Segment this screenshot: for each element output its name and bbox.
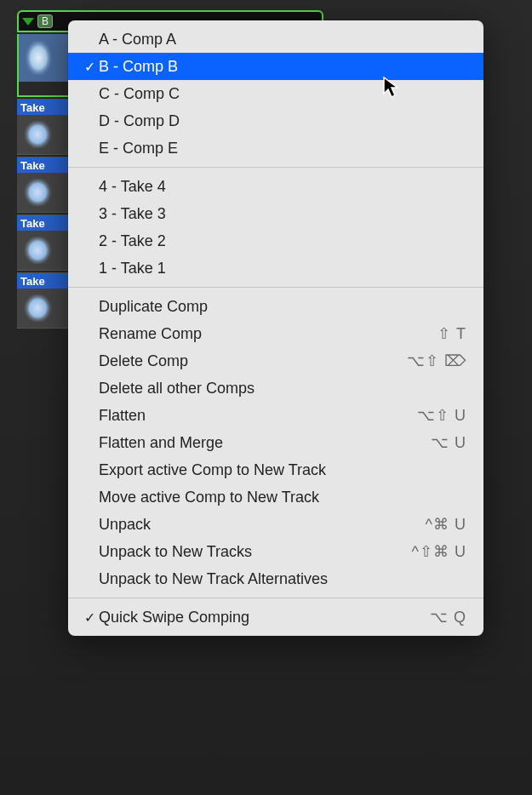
waveform-icon (17, 231, 69, 270)
menu-item-label: D - Comp D (99, 112, 466, 130)
menu-separator (68, 287, 483, 288)
menu-item-label: C - Comp C (99, 85, 466, 103)
take-label: Take (17, 273, 69, 289)
menu-item-take-4[interactable]: 4 - Take 4 (68, 173, 483, 200)
menu-shortcut: ⌥ Q (430, 608, 466, 626)
menu-item-label: 1 - Take 1 (99, 260, 466, 277)
menu-item-label: Flatten and Merge (99, 434, 431, 452)
menu-item-unpack-alternatives[interactable]: Unpack to New Track Alternatives (68, 565, 483, 592)
menu-item-comp-a[interactable]: A - Comp A (68, 26, 483, 53)
check-icon: ✓ (80, 609, 99, 626)
menu-item-label: Unpack (99, 516, 426, 534)
menu-item-export-new-track[interactable]: Export active Comp to New Track (68, 456, 483, 483)
take-label: Take (17, 100, 69, 115)
menu-item-take-2[interactable]: 2 - Take 2 (68, 227, 483, 255)
menu-item-label: Unpack to New Track Alternatives (99, 570, 466, 588)
menu-item-label: 3 - Take 3 (99, 205, 466, 223)
menu-shortcut: ⌥⇧ ⌦ (407, 352, 466, 370)
take-label: Take (17, 157, 69, 173)
menu-item-label: Rename Comp (99, 325, 438, 343)
menu-item-label: A - Comp A (99, 31, 466, 49)
menu-item-comp-b[interactable]: ✓ B - Comp B (68, 53, 483, 80)
menu-item-label: Duplicate Comp (99, 298, 466, 316)
take-region-4[interactable]: Take (17, 99, 70, 155)
menu-item-quick-swipe-comping[interactable]: ✓ Quick Swipe Comping ⌥ Q (68, 603, 483, 631)
menu-item-delete-other-comps[interactable]: Delete all other Comps (68, 375, 483, 402)
take-region-1[interactable]: Take (17, 272, 70, 329)
menu-item-rename-comp[interactable]: Rename Comp ⇧ T (68, 320, 483, 347)
menu-item-move-new-track[interactable]: Move active Comp to New Track (68, 483, 483, 511)
menu-shortcut: ^⇧⌘ U (412, 542, 466, 561)
active-comp-badge[interactable]: B (37, 14, 53, 28)
menu-item-flatten[interactable]: Flatten ⌥⇧ U (68, 402, 483, 429)
menu-item-label: Flatten (99, 407, 417, 425)
waveform-icon (17, 173, 69, 212)
menu-item-label: Unpack to New Tracks (99, 543, 412, 561)
menu-item-label: B - Comp B (99, 58, 466, 76)
take-region-3[interactable]: Take (17, 157, 70, 213)
menu-separator (68, 598, 483, 598)
menu-item-label: E - Comp E (99, 140, 466, 157)
menu-item-take-1[interactable]: 1 - Take 1 (68, 255, 483, 282)
menu-item-take-3[interactable]: 3 - Take 3 (68, 200, 483, 227)
menu-item-label: Move active Comp to New Track (99, 489, 466, 506)
menu-item-duplicate-comp[interactable]: Duplicate Comp (68, 293, 483, 320)
menu-item-comp-d[interactable]: D - Comp D (68, 107, 483, 134)
check-icon: ✓ (80, 59, 99, 75)
menu-separator (68, 167, 483, 168)
take-region-2[interactable]: Take (17, 214, 70, 271)
menu-shortcut: ⌥ U (431, 433, 466, 452)
disclosure-triangle-icon[interactable] (22, 18, 34, 26)
take-label: Take (17, 215, 69, 231)
menu-item-label: Quick Swipe Comping (99, 609, 430, 626)
menu-item-unpack-new-tracks[interactable]: Unpack to New Tracks ^⇧⌘ U (68, 538, 483, 565)
waveform-icon (17, 115, 69, 154)
menu-shortcut: ⌥⇧ U (417, 406, 466, 425)
waveform-icon (17, 289, 69, 328)
menu-shortcut: ^⌘ U (426, 515, 466, 534)
waveform-icon (19, 34, 68, 82)
menu-item-label: Delete all other Comps (99, 380, 466, 398)
menu-item-label: 4 - Take 4 (99, 178, 466, 196)
take-folder-menu: A - Comp A ✓ B - Comp B C - Comp C D - C… (68, 20, 483, 636)
menu-item-label: 2 - Take 2 (99, 232, 466, 250)
menu-item-label: Delete Comp (99, 352, 407, 370)
comp-region[interactable] (17, 34, 70, 97)
menu-shortcut: ⇧ T (438, 324, 466, 343)
menu-item-label: Export active Comp to New Track (99, 461, 466, 479)
menu-item-comp-e[interactable]: E - Comp E (68, 134, 483, 162)
menu-item-unpack[interactable]: Unpack ^⌘ U (68, 511, 483, 538)
menu-item-comp-c[interactable]: C - Comp C (68, 80, 483, 107)
menu-item-flatten-merge[interactable]: Flatten and Merge ⌥ U (68, 429, 483, 456)
menu-item-delete-comp[interactable]: Delete Comp ⌥⇧ ⌦ (68, 347, 483, 375)
